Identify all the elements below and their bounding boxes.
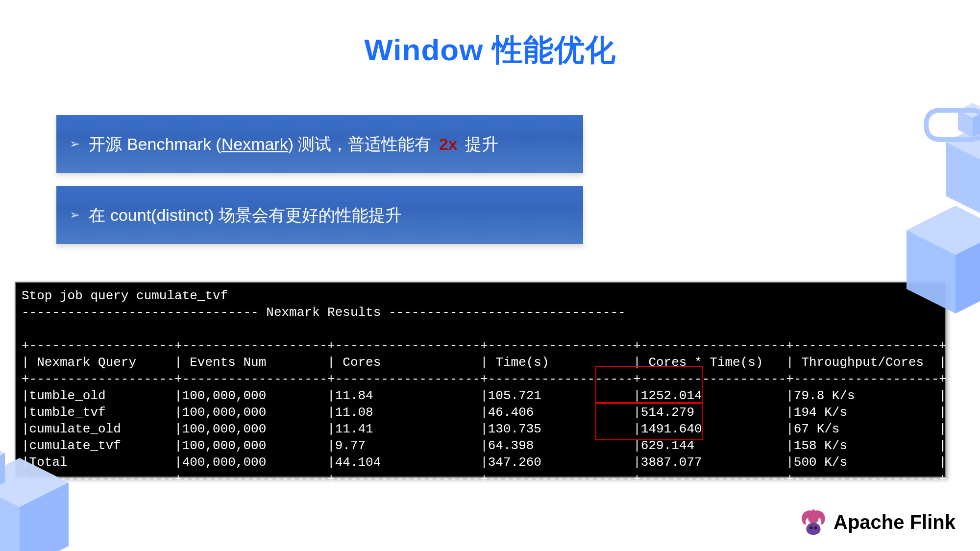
slide-title: Window 性能优化 [0,29,980,71]
bullet-benchmark: ➢ 开源 Benchmark (Nexmark) 测试，普适性能有 2x 提升 [56,115,583,173]
apache-flink-logo: Apache Flink [799,508,956,536]
svg-marker-10 [0,482,20,551]
terminal-results-header: ------------------------------- Nexmark … [22,305,626,320]
bullet-text: 在 count(distinct) 场景会有更好的性能提升 [89,204,402,226]
nexmark-link[interactable]: Nexmark [221,135,288,153]
svg-marker-3 [906,206,980,255]
terminal-stop-line: Stop job query cumulate_tvf [22,288,228,303]
svg-marker-1 [946,142,980,216]
table-border: +-------------------+-------------------… [22,372,947,386]
svg-marker-8 [973,110,980,137]
highlight-2x: 2x [439,135,458,153]
text-post: 提升 [461,135,498,153]
svg-marker-12 [0,441,5,465]
table-row: |tumble_tvf |100,000,000 |11.08 |46.406 … [22,405,947,420]
text-pre: 开源 Benchmark ( [89,135,221,153]
slide: Window 性能优化 ➢ 开源 Benchmark (Nexmark) 测试，… [0,0,980,551]
svg-point-16 [814,527,817,529]
svg-marker-11 [20,482,69,551]
svg-marker-6 [958,103,980,118]
table-row: |cumulate_tvf |100,000,000 |9.77 |64.398… [22,438,947,453]
bullet-distinct: ➢ 在 count(distinct) 场景会有更好的性能提升 [56,186,583,244]
table-row: |tumble_old |100,000,000 |11.84 |105.721… [22,388,947,403]
chevron-icon: ➢ [70,205,80,225]
svg-point-15 [810,527,813,529]
table-row: |cumulate_old |100,000,000 |11.41 |130.7… [22,422,947,436]
svg-marker-7 [958,110,973,137]
text-mid: ) 测试，普适性能有 [288,135,436,153]
bullet-text: 开源 Benchmark (Nexmark) 测试，普适性能有 2x 提升 [89,133,498,155]
flink-squirrel-icon [799,508,828,536]
table-header: | Nexmark Query | Events Num | Cores | T… [22,355,947,370]
svg-marker-5 [956,230,980,313]
chevron-icon: ➢ [70,134,80,154]
svg-marker-14 [0,453,5,495]
table-border: +-------------------+-------------------… [22,338,947,353]
table-row: |Total |400,000,000 |44.104 |347.260 |38… [22,455,947,470]
logo-text: Apache Flink [833,511,956,533]
svg-marker-0 [946,122,980,162]
table-border: +-------------------+-------------------… [22,472,947,486]
terminal-output: Stop job query cumulate_tvf ------------… [15,282,946,478]
